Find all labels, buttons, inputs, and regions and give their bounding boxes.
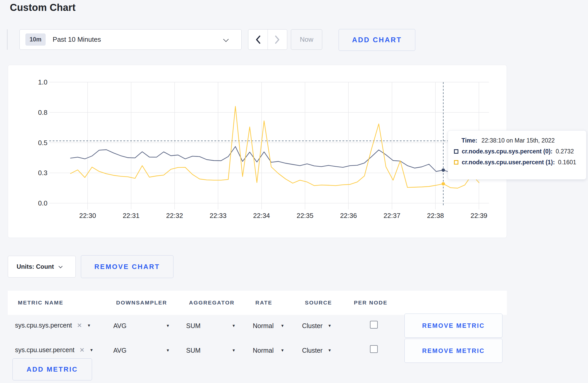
caret-down-icon[interactable]: ▼: [328, 348, 332, 352]
caret-down-icon[interactable]: ▼: [328, 323, 332, 328]
caret-down-icon[interactable]: ▼: [281, 323, 284, 328]
chevron-right-icon: [275, 35, 280, 44]
caret-down-icon[interactable]: ▼: [166, 323, 170, 328]
col-source: SOURCE: [305, 300, 332, 306]
per-node-checkbox[interactable]: [370, 345, 378, 353]
source-value[interactable]: Cluster: [302, 322, 323, 330]
metric-name-value: sys.cpu.sys.percent: [15, 322, 72, 329]
aggregator-value[interactable]: SUM: [186, 322, 201, 330]
caret-down-icon: ▼: [87, 323, 91, 328]
time-window-label: Past 10 Minutes: [53, 36, 101, 44]
col-per-node: PER NODE: [354, 300, 388, 306]
col-metric-name: METRIC NAME: [18, 300, 64, 306]
col-downsampler: DOWNSAMPLER: [116, 300, 167, 306]
clear-metric-icon[interactable]: ✕: [77, 322, 82, 329]
page-title: Custom Chart: [10, 2, 76, 13]
chevron-left-icon: [255, 35, 261, 44]
tooltip-series-row: cr.node.sys.cpu.user.percent (1): 0.1601: [454, 159, 586, 166]
time-window-select[interactable]: 10m Past 10 Minutes: [19, 29, 242, 50]
caret-down-icon: ▼: [89, 348, 93, 352]
per-node-checkbox[interactable]: [370, 321, 378, 329]
now-button[interactable]: Now: [291, 29, 322, 50]
units-select[interactable]: Units: Count: [8, 256, 76, 278]
source-value[interactable]: Cluster: [302, 347, 323, 354]
remove-metric-button[interactable]: REMOVE METRIC: [404, 314, 502, 338]
metric-name-select[interactable]: sys.cpu.user.percent ✕ ▼: [15, 346, 93, 354]
col-aggregator: AGGREGATOR: [189, 300, 235, 306]
downsampler-value[interactable]: AVG: [113, 322, 127, 330]
clear-metric-icon[interactable]: ✕: [79, 346, 85, 354]
toolbar-divider: [7, 29, 8, 50]
chart-card: [8, 65, 507, 238]
time-window-badge: 10m: [25, 33, 46, 46]
tooltip-series-value: 0.1601: [558, 159, 576, 166]
col-rate: RATE: [255, 300, 272, 306]
tooltip-series-label: cr.node.sys.cpu.user.percent (1):: [462, 159, 555, 166]
tooltip-time-value: 22:38:10 on Mar 15th, 2022: [481, 137, 555, 144]
caret-down-icon[interactable]: ▼: [166, 348, 170, 352]
downsampler-value[interactable]: AVG: [113, 347, 127, 354]
tooltip-series-row: cr.node.sys.cpu.sys.percent (0): 0.2732: [454, 148, 586, 155]
metric-name-select[interactable]: sys.cpu.sys.percent ✕ ▼: [15, 322, 91, 329]
chart-tooltip: Time: 22:38:10 on Mar 15th, 2022 cr.node…: [448, 130, 586, 180]
remove-chart-button[interactable]: REMOVE CHART: [81, 255, 173, 278]
series-swatch-sys-icon: [454, 149, 458, 154]
aggregator-value[interactable]: SUM: [186, 347, 201, 354]
tooltip-time-label: Time:: [461, 137, 477, 144]
next-range-button[interactable]: [268, 30, 287, 49]
remove-metric-button[interactable]: REMOVE METRIC: [404, 339, 502, 363]
time-pager: [248, 29, 287, 50]
chevron-down-icon: [223, 37, 229, 42]
caret-down-icon[interactable]: ▼: [281, 348, 284, 352]
add-chart-button[interactable]: ADD CHART: [339, 29, 415, 51]
caret-down-icon[interactable]: ▼: [232, 348, 236, 352]
rate-value[interactable]: Normal: [253, 347, 274, 354]
tooltip-series-value: 0.2732: [556, 148, 574, 155]
prev-range-button[interactable]: [248, 30, 268, 49]
units-label: Units: Count: [17, 263, 54, 270]
series-swatch-user-icon: [454, 160, 458, 165]
metric-name-value: sys.cpu.user.percent: [15, 346, 74, 354]
tooltip-time-row: Time: 22:38:10 on Mar 15th, 2022: [454, 137, 586, 144]
caret-down-icon[interactable]: ▼: [232, 323, 236, 328]
tooltip-series-label: cr.node.sys.cpu.sys.percent (0):: [462, 148, 552, 155]
rate-value[interactable]: Normal: [253, 322, 274, 330]
add-metric-button[interactable]: ADD METRIC: [12, 358, 92, 380]
chevron-down-icon: [59, 264, 63, 268]
